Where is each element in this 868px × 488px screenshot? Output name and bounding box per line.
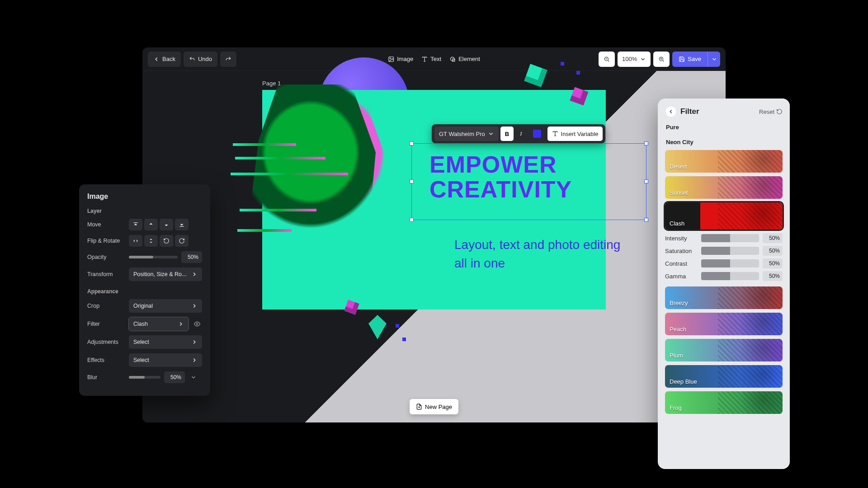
blur-slider[interactable] [129,376,160,379]
move-up-button[interactable] [144,219,158,230]
chevron-down-icon [190,374,197,380]
contrast-slider[interactable] [701,259,759,267]
decorative-dot [576,71,580,75]
glitch-effect [240,209,316,211]
adjustments-select[interactable]: Select [129,335,202,349]
undo-button[interactable]: Undo [184,52,217,67]
property-label: Filter [87,321,125,327]
resize-handle[interactable] [410,141,414,145]
text-color-button[interactable] [528,127,546,141]
move-down-button[interactable] [160,219,173,230]
filter-back-button[interactable] [665,106,677,117]
back-button[interactable]: Back [148,52,181,67]
editor-window: Back Undo Image Text Element [142,47,726,422]
contrast-value[interactable]: 50% [763,258,783,268]
filter-swatch-plum[interactable]: Plum [665,339,783,361]
zoom-out-button[interactable] [599,52,615,67]
filter-select[interactable]: Clash [129,317,189,331]
canvas-area[interactable]: Page 1 GT Walsheim Pro B I [142,71,726,422]
property-label: Move [87,221,125,228]
panel-title: Image [87,192,202,201]
filter-swatch-sunset[interactable]: Sunset [665,176,783,199]
filter-swatch-desert[interactable]: Desert [665,150,783,173]
move-top-button[interactable] [129,219,142,230]
gamma-slider[interactable] [701,272,759,280]
property-label: Saturation [665,248,698,254]
filter-panel: Filter Reset Pure Neon City Desert Sunse… [658,99,790,469]
saturation-slider[interactable] [701,247,759,255]
filter-swatch-deepblue[interactable]: Deep Blue [665,365,783,388]
new-page-button[interactable]: New Page [410,399,458,414]
chevron-left-icon [668,108,674,115]
property-label: Effects [87,357,125,363]
effects-select[interactable]: Select [129,353,202,367]
resize-handle[interactable] [410,218,414,222]
font-family-dropdown[interactable]: GT Walsheim Pro [434,127,499,141]
headline-text[interactable]: EMPOWER CREATIVITY [429,152,651,202]
opacity-slider[interactable] [129,256,178,258]
panel-title: Filter [680,107,699,116]
zoom-in-button[interactable] [653,52,670,67]
insert-element-button[interactable]: Element [449,56,480,62]
filter-swatch-peach[interactable]: Peach [665,313,783,335]
glitch-effect [231,173,348,175]
resize-handle[interactable] [644,141,648,145]
gamma-value[interactable]: 50% [763,271,783,281]
filter-swatch-frog[interactable]: Frog [665,391,783,414]
filter-swatch-breezy[interactable]: Breezy [665,286,783,309]
transform-select[interactable]: Position, Size & Ro... [129,267,202,281]
plus-page-icon [416,404,422,410]
flip-horizontal-button[interactable] [129,235,142,247]
section-header: Appearance [87,288,202,295]
chevron-down-icon [488,131,494,137]
decorative-diamond [368,315,387,339]
property-label: Adjustments [87,339,125,345]
move-bottom-button[interactable] [175,219,189,230]
portrait-image[interactable] [237,84,400,310]
image-properties-panel: Image Layer Move Flip & Rotate Opacity 5… [79,184,210,396]
glitch-effect [233,143,296,146]
filter-swatch-clash[interactable]: Clash [665,202,783,230]
rotate-left-button[interactable] [160,235,173,247]
property-label: Gamma [665,273,698,280]
glitch-effect [235,157,326,160]
glitch-effect [237,229,292,232]
property-label: Contrast [665,260,698,267]
redo-button[interactable] [220,52,236,67]
italic-button[interactable]: I [515,127,526,141]
section-header: Pure [666,124,782,131]
crop-select[interactable]: Original [129,299,202,313]
opacity-value[interactable]: 50% [181,251,202,263]
blur-value[interactable]: 50% [164,371,185,383]
property-label: Intensity [665,235,698,242]
section-header: Neon City [666,139,782,145]
insert-variable-button[interactable]: Insert Variable [547,127,603,141]
editor-topbar: Back Undo Image Text Element [142,47,726,71]
flip-vertical-button[interactable] [144,235,158,247]
back-label: Back [162,56,175,62]
save-dropdown-button[interactable] [708,52,720,67]
decorative-dot [561,62,564,66]
bold-button[interactable]: B [500,127,514,141]
color-swatch [533,130,541,138]
subheadline-text[interactable]: Layout, text and photo editing all in on… [454,236,635,272]
property-label: Blur [87,374,125,380]
resize-handle[interactable] [410,179,414,183]
intensity-value[interactable]: 50% [763,233,783,243]
save-button[interactable]: Save [672,52,708,67]
chevron-down-icon [640,56,646,62]
rotate-right-button[interactable] [175,235,189,247]
insert-text-button[interactable]: Text [421,56,441,62]
saturation-value[interactable]: 50% [763,246,783,256]
filter-visibility-toggle[interactable] [192,321,202,327]
svg-point-6 [196,323,198,325]
property-label: Opacity [87,254,125,260]
intensity-slider[interactable] [701,234,759,242]
property-label: Flip & Rotate [87,238,125,244]
insert-image-button[interactable]: Image [388,56,413,62]
blur-expand-button[interactable] [189,374,198,380]
svg-point-1 [390,58,391,59]
reset-button[interactable]: Reset [759,108,783,115]
zoom-dropdown[interactable]: 100% [618,52,651,67]
resize-handle[interactable] [644,218,648,222]
